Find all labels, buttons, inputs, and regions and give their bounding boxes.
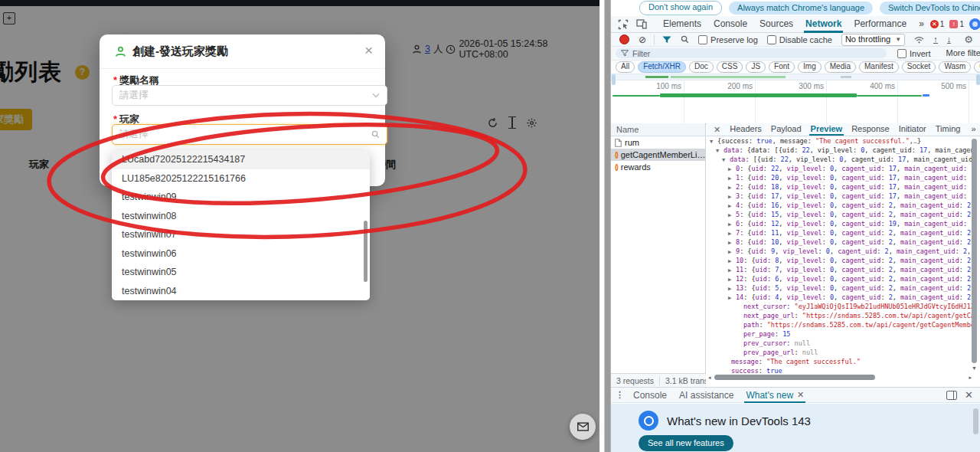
json-line[interactable]: ▶0: {uid: 22, vip_level: 0, cagent_uid: … [707, 164, 975, 173]
json-line[interactable]: per_page: 15 [707, 329, 975, 339]
scroll-down-arrow[interactable]: ▼ [972, 365, 977, 371]
scroll-left-arrow[interactable]: ◂ [708, 375, 711, 381]
request-list-header[interactable]: Name [611, 123, 705, 136]
type-filter-chip[interactable]: Other [974, 61, 980, 73]
more-tabs-button[interactable]: » [913, 16, 930, 33]
preserve-log-checkbox[interactable]: Preserve log [698, 35, 758, 44]
close-detail-icon[interactable]: ✕ [710, 125, 724, 135]
json-line[interactable]: ▼data: {data: [{uid: 22, vip_level: 0, c… [707, 146, 975, 155]
type-filter-chip[interactable]: Manifest [859, 61, 899, 73]
json-line[interactable]: ▶8: {uid: 10, vip_level: 0, cagent_uid: … [707, 237, 975, 247]
devtools-tab[interactable]: Sources [753, 16, 799, 33]
request-row[interactable]: ( ) rewards [611, 161, 705, 173]
type-filter-chip[interactable]: Font [769, 61, 795, 73]
player-dropdown-option[interactable]: LU185e82025122215161766 [112, 169, 370, 188]
type-filter-chip[interactable]: Img [798, 61, 822, 73]
player-dropdown-option[interactable]: testwinwin05 [112, 263, 370, 282]
reward-name-select[interactable]: 請選擇 [112, 85, 387, 106]
player-dropdown-option[interactable]: testwinwin04 [112, 282, 370, 301]
split-panel-icon[interactable] [946, 391, 957, 400]
player-dropdown-option[interactable]: testwinwin07 [112, 225, 370, 244]
type-filter-chip[interactable]: Socket [902, 61, 936, 73]
inspect-element-icon[interactable] [618, 19, 629, 30]
player-dropdown-option[interactable]: testwinwin06 [112, 244, 370, 264]
player-search-select[interactable]: 請選擇 [112, 124, 387, 145]
drawer-tab[interactable]: AI assistance✕ [673, 387, 740, 403]
modal-close-button[interactable]: × [364, 42, 373, 59]
player-dropdown-option[interactable]: testwinwin08 [112, 207, 370, 226]
json-line[interactable]: ▶5: {uid: 15, vip_level: 0, cagent_uid: … [707, 210, 975, 219]
preview-vertical-scrollbar[interactable] [972, 139, 977, 363]
preview-horizontal-scrollbar[interactable] [714, 375, 875, 380]
json-preview-tree[interactable]: ▼{success: true, message: "The cagent su… [707, 136, 975, 375]
record-network-button[interactable] [619, 34, 629, 44]
detail-tab[interactable]: Response [847, 123, 894, 136]
json-line[interactable]: next_page_url: "https://sndams.5285.com.… [707, 311, 975, 320]
profile-sync-icon[interactable] [969, 18, 980, 30]
json-line[interactable]: ▶14: {uid: 4, vip_level: 0, cagent_uid: … [707, 293, 975, 302]
network-conditions-icon[interactable] [914, 36, 924, 44]
devtools-tab[interactable]: Performance [848, 16, 913, 33]
json-line[interactable]: ▶2: {uid: 18, vip_level: 0, cagent_uid: … [707, 182, 975, 192]
json-line[interactable]: ▶9: {uid: 9, vip_level: 0, cagent_uid: 2… [707, 247, 975, 256]
disable-cache-checkbox[interactable]: Disable cache [767, 35, 832, 44]
json-line[interactable]: next_cursor: "eyJ1aWQiOjQsI19wb21udHNUb0… [707, 302, 975, 311]
network-search-icon[interactable] [681, 35, 689, 44]
json-line[interactable]: ▶11: {uid: 7, vip_level: 0, cagent_uid: … [707, 265, 975, 274]
drawer-scrollbar[interactable] [973, 408, 978, 434]
export-har-icon[interactable]: ↓ [947, 35, 952, 44]
type-filter-chip[interactable]: Wasm [939, 61, 971, 73]
drawer-tab[interactable]: Console✕ [627, 387, 673, 403]
import-har-icon[interactable]: ↑ [933, 35, 938, 44]
more-filters-button[interactable]: More filters ▾ [946, 48, 980, 58]
detail-tab[interactable]: Initiator [894, 123, 931, 136]
device-toolbar-icon[interactable] [636, 19, 647, 29]
detail-tab[interactable]: Timing [931, 123, 965, 136]
devtools-tab[interactable]: Console [707, 16, 753, 33]
network-overview-timeline[interactable]: 100 ms200 ms300 ms400 ms500 ms [611, 74, 980, 124]
json-line[interactable]: prev_cursor: null [707, 339, 975, 348]
filter-input[interactable]: Filter [616, 48, 887, 58]
json-line[interactable]: path: "https://sndams.5285.com.tw/api/ca… [707, 320, 975, 329]
detail-tab[interactable]: Payload [766, 123, 806, 136]
drawer-close-icon[interactable]: ✕ [965, 390, 973, 400]
type-filter-chip[interactable]: CSS [717, 61, 743, 73]
mail-fab-button[interactable] [570, 414, 596, 440]
see-all-new-features-button[interactable]: See all new features [639, 435, 733, 451]
console-errors-badge[interactable]: ✕1 [930, 20, 945, 28]
json-line[interactable]: ▼data: [{uid: 22, vip_level: 0, cagent_u… [707, 155, 975, 164]
devtools-tab[interactable]: Elements [657, 16, 707, 33]
request-row[interactable]: rum [611, 136, 705, 149]
issues-badge[interactable]: !1 [949, 20, 964, 28]
type-filter-chip[interactable]: Fetch/XHR [638, 61, 686, 73]
dropdown-scrollbar[interactable] [364, 221, 368, 282]
json-line[interactable]: ▶10: {uid: 8, vip_level: 0, cagent_uid: … [707, 256, 975, 265]
json-line[interactable]: ▶13: {uid: 5, vip_level: 0, cagent_uid: … [707, 283, 975, 293]
json-line[interactable]: ▶4: {uid: 16, vip_level: 0, cagent_uid: … [707, 201, 975, 210]
devtools-tab[interactable]: Network [799, 16, 848, 33]
close-tab-icon[interactable]: ✕ [797, 390, 804, 400]
filter-toggle-icon[interactable] [662, 36, 671, 44]
json-line[interactable]: ▶12: {uid: 6, vip_level: 0, cagent_uid: … [707, 274, 975, 283]
clear-network-button[interactable]: ⊘ [639, 34, 646, 45]
timeline-right-handle[interactable] [976, 74, 980, 85]
json-line[interactable]: ▶1: {uid: 20, vip_level: 0, cagent_uid: … [707, 173, 975, 182]
invert-checkbox[interactable]: Invert [897, 49, 931, 58]
type-filter-chip[interactable]: Media [825, 61, 856, 73]
network-settings-icon[interactable]: ⚙ [964, 34, 977, 45]
json-line[interactable]: ▶7: {uid: 11, vip_level: 0, cagent_uid: … [707, 228, 975, 237]
json-line[interactable]: message: "The cagent successful." [707, 357, 975, 366]
throttling-select[interactable]: No throttling▼ [841, 34, 905, 46]
type-filter-chip[interactable]: All [616, 61, 635, 73]
player-dropdown-option[interactable]: LUcabd72025122215434187 [112, 150, 370, 169]
request-row[interactable]: ( ) getCagentMemberLi… [611, 149, 705, 161]
detail-tab[interactable]: Headers [725, 123, 766, 136]
type-filter-chip[interactable]: Doc [689, 61, 714, 73]
timeline-left-handle[interactable] [612, 74, 616, 85]
drawer-menu-icon[interactable]: ⋮ [616, 390, 624, 400]
infobar-button[interactable]: Switch DevTools to Chinese [880, 2, 980, 15]
infobar-button[interactable]: Don't show again [639, 1, 722, 15]
drawer-tab[interactable]: What's new✕ [740, 387, 810, 403]
type-filter-chip[interactable]: JS [746, 61, 766, 73]
json-line[interactable]: ▶3: {uid: 17, vip_level: 0, cagent_uid: … [707, 192, 975, 201]
